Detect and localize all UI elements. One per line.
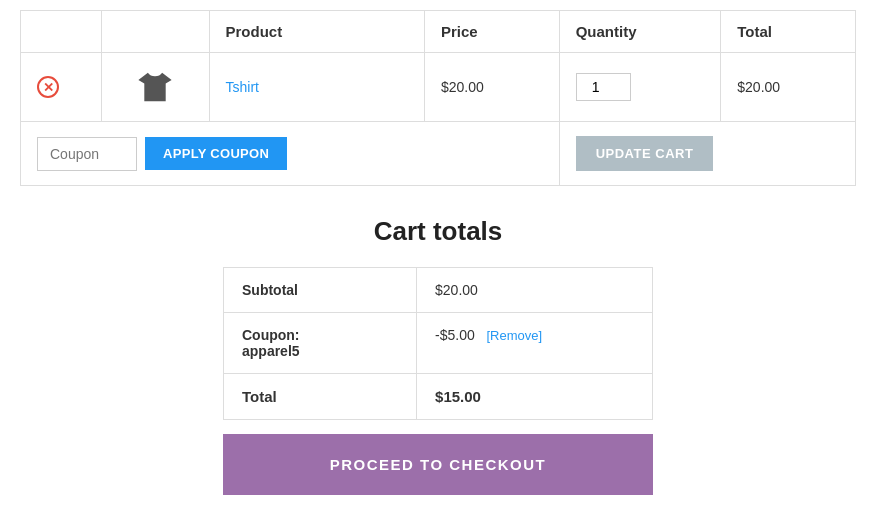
coupon-row: APPLY COUPON UPDATE CART <box>21 122 856 186</box>
coupon-totals-row: Coupon: apparel5 -$5.00 [Remove] <box>224 313 653 374</box>
subtotal-row: Subtotal $20.00 <box>224 268 653 313</box>
header-price: Price <box>425 11 560 53</box>
coupon-input[interactable] <box>37 137 137 171</box>
coupon-discount-cell: -$5.00 [Remove] <box>417 313 653 374</box>
header-product: Product <box>209 11 424 53</box>
cart-totals-section: Cart totals Subtotal $20.00 Coupon: appa… <box>223 216 653 495</box>
total-value: $15.00 <box>417 374 653 420</box>
subtotal-label: Subtotal <box>224 268 417 313</box>
remove-item-button[interactable]: ✕ <box>37 76 59 98</box>
header-remove <box>21 11 102 53</box>
cart-item-row: ✕ Tshirt $20.00 $20.00 <box>21 53 856 122</box>
header-image <box>101 11 209 53</box>
total-label: Total <box>224 374 417 420</box>
product-total: $20.00 <box>737 79 780 95</box>
subtotal-value: $20.00 <box>417 268 653 313</box>
coupon-discount: -$5.00 <box>435 327 475 343</box>
product-price: $20.00 <box>441 79 484 95</box>
update-cart-button[interactable]: UPDATE CART <box>576 136 714 171</box>
product-image <box>133 65 177 109</box>
cart-totals-title: Cart totals <box>223 216 653 247</box>
coupon-remove-link[interactable]: [Remove] <box>486 328 542 343</box>
quantity-input[interactable] <box>576 73 631 101</box>
checkout-button-wrapper: PROCEED TO CHECKOUT <box>223 434 653 495</box>
totals-table: Subtotal $20.00 Coupon: apparel5 -$5.00 … <box>223 267 653 420</box>
cart-table: Product Price Quantity Total ✕ Tshirt $2 <box>20 10 856 186</box>
apply-coupon-button[interactable]: APPLY COUPON <box>145 137 287 170</box>
coupon-container: APPLY COUPON <box>37 137 543 171</box>
product-link[interactable]: Tshirt <box>226 79 259 95</box>
header-quantity: Quantity <box>559 11 721 53</box>
header-total: Total <box>721 11 856 53</box>
total-row: Total $15.00 <box>224 374 653 420</box>
proceed-to-checkout-button[interactable]: PROCEED TO CHECKOUT <box>223 434 653 495</box>
tshirt-icon <box>136 68 174 106</box>
coupon-totals-label: Coupon: apparel5 <box>224 313 417 374</box>
